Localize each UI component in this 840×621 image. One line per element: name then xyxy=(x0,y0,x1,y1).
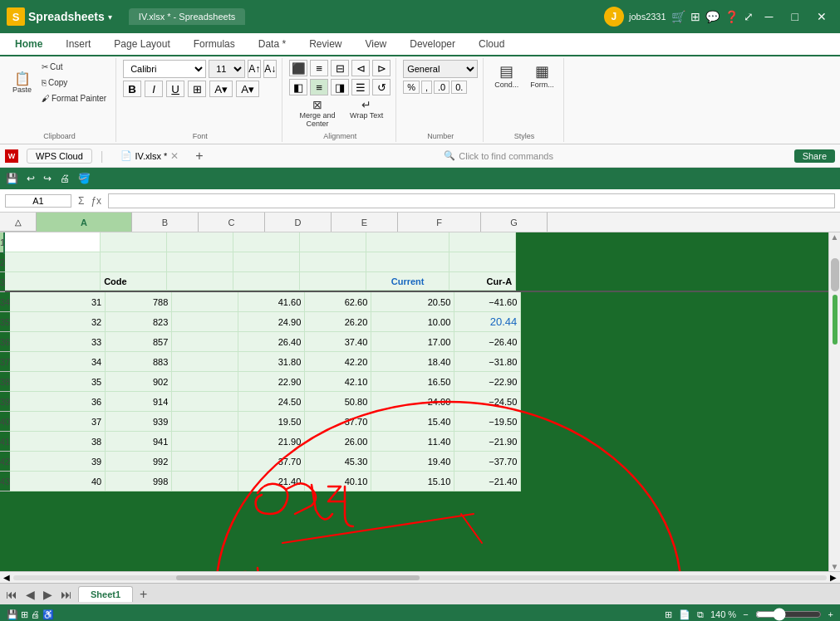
cell-C2[interactable] xyxy=(167,252,233,272)
cell-A1[interactable] xyxy=(5,232,101,252)
cell-D37[interactable]: 31.80 xyxy=(238,352,305,372)
cell-E39[interactable]: 50.80 xyxy=(305,392,371,412)
align-left-top-button[interactable]: ⬛ xyxy=(289,60,307,76)
font-color-button[interactable]: A▾ xyxy=(236,81,259,97)
sheet-tab-sheet1[interactable]: Sheet1 xyxy=(78,586,133,602)
cell-E35[interactable]: 26.20 xyxy=(305,312,371,332)
align-left-button[interactable]: ◧ xyxy=(289,79,307,95)
cell-F42[interactable]: 19.40 xyxy=(371,452,454,472)
cell-D39[interactable]: 24.50 xyxy=(238,392,305,412)
row-header-37[interactable]: 37 xyxy=(0,352,10,372)
cell-C35[interactable] xyxy=(172,312,238,332)
cell-F43[interactable]: 15.10 xyxy=(371,472,454,491)
format-as-table-button[interactable]: ▦ Form... xyxy=(526,60,558,91)
decrease-font-button[interactable]: A↓ xyxy=(263,60,277,78)
sheet-nav-last-button[interactable]: ⏭ xyxy=(58,588,75,601)
cell-A37[interactable]: 34 xyxy=(10,352,106,372)
cell-F40[interactable]: 15.40 xyxy=(371,412,454,432)
formula-input[interactable] xyxy=(108,193,835,208)
col-header-E[interactable]: E xyxy=(332,213,398,232)
scroll-up-button[interactable]: ▲ xyxy=(831,232,839,242)
cell-E36[interactable]: 37.40 xyxy=(305,332,371,352)
conditional-formatting-button[interactable]: ▤ Cond... xyxy=(490,60,523,91)
app-dropdown-arrow[interactable]: ▾ xyxy=(108,12,112,22)
cell-C41[interactable] xyxy=(172,432,238,452)
underline-button[interactable]: U xyxy=(166,81,184,97)
cell-G37[interactable]: −31.80 xyxy=(454,352,521,372)
save-button-qa[interactable]: 💾 xyxy=(3,173,21,184)
scrollbar-thumb[interactable] xyxy=(831,258,839,291)
add-sheet-button[interactable]: + xyxy=(135,587,152,602)
cell-G41[interactable]: −21.90 xyxy=(454,432,521,452)
cell-G3[interactable]: Cur-A xyxy=(449,272,516,291)
cell-A43[interactable]: 40 xyxy=(10,472,106,491)
print-button-qa[interactable]: 🖨 xyxy=(57,173,72,184)
view-break-icon[interactable]: ⧉ xyxy=(697,609,704,620)
tab-formulas[interactable]: Formulas xyxy=(182,33,247,55)
cell-B39[interactable]: 914 xyxy=(106,392,172,412)
status-save-icon[interactable]: 💾 xyxy=(7,609,18,619)
row-header-36[interactable]: 36 xyxy=(0,332,10,352)
paintbucket-button-qa[interactable]: 🪣 xyxy=(76,173,93,184)
col-header-C[interactable]: C xyxy=(199,213,265,232)
paste-button[interactable]: 📋 Paste xyxy=(8,70,36,96)
merge-center-button[interactable]: ⊠ Merge and Center xyxy=(292,95,342,130)
cell-G38[interactable]: −22.90 xyxy=(454,372,521,392)
cell-C37[interactable] xyxy=(172,352,238,372)
cell-B2[interactable] xyxy=(101,252,167,272)
row-header-38[interactable]: 38 xyxy=(0,372,10,392)
doc-close-button[interactable]: ✕ xyxy=(170,150,179,162)
zoom-slider[interactable] xyxy=(755,608,822,621)
align-justify-button[interactable]: ☰ xyxy=(351,79,370,95)
cell-C38[interactable] xyxy=(172,372,238,392)
status-accessibility-icon[interactable]: ♿ xyxy=(42,609,54,619)
cell-E42[interactable]: 45.30 xyxy=(305,452,371,472)
cell-D34[interactable]: 41.60 xyxy=(238,292,305,312)
cell-E38[interactable]: 42.10 xyxy=(305,372,371,392)
help-icon[interactable]: ❓ xyxy=(725,10,739,23)
increase-indent-button[interactable]: ⊳ xyxy=(372,60,391,76)
cell-B38[interactable]: 902 xyxy=(106,372,172,392)
cut-button[interactable]: ✂ Cut xyxy=(37,60,111,74)
user-badge[interactable]: J xyxy=(604,7,624,27)
cell-D38[interactable]: 22.90 xyxy=(238,372,305,392)
copy-button[interactable]: ⎘ Copy xyxy=(37,76,111,90)
scroll-down-button[interactable]: ▼ xyxy=(831,562,839,571)
cell-E34[interactable]: 62.60 xyxy=(305,292,371,312)
cell-G40[interactable]: −19.50 xyxy=(454,412,521,432)
expand-icon[interactable]: ⤢ xyxy=(744,10,754,23)
add-doc-tab-button[interactable]: + xyxy=(195,149,203,164)
close-button[interactable]: ✕ xyxy=(810,8,833,25)
row-header-40[interactable]: 40 xyxy=(0,412,10,432)
cell-C34[interactable] xyxy=(172,292,238,312)
scroll-right-button[interactable]: ▶ xyxy=(830,573,837,582)
cell-G39[interactable]: −24.50 xyxy=(454,392,521,412)
cart-icon[interactable]: 🛒 xyxy=(671,10,685,23)
cell-C40[interactable] xyxy=(172,412,238,432)
row-header-39[interactable]: 39 xyxy=(0,392,10,412)
cell-G36[interactable]: −26.40 xyxy=(454,332,521,352)
minimize-button[interactable]: ─ xyxy=(759,8,780,25)
cell-B42[interactable]: 992 xyxy=(106,452,172,472)
cell-D36[interactable]: 26.40 xyxy=(238,332,305,352)
cell-C3[interactable] xyxy=(167,272,233,291)
restore-button[interactable]: □ xyxy=(785,8,805,25)
col-header-G[interactable]: G xyxy=(481,213,548,232)
align-center-top-button[interactable]: ≡ xyxy=(310,60,328,76)
cell-B40[interactable]: 939 xyxy=(106,412,172,432)
cell-F41[interactable]: 11.40 xyxy=(371,432,454,452)
cell-G2[interactable] xyxy=(449,252,516,272)
decrease-decimal-button[interactable]: 0. xyxy=(451,81,467,94)
cell-A34[interactable]: 31 xyxy=(10,292,106,312)
cell-E37[interactable]: 42.20 xyxy=(305,352,371,372)
undo-button-qa[interactable]: ↩ xyxy=(24,173,37,184)
cell-B3[interactable]: Code xyxy=(101,272,167,291)
cell-D1[interactable] xyxy=(233,232,300,252)
row-header-35[interactable]: 35 xyxy=(0,312,10,332)
cell-F3[interactable]: Current xyxy=(366,272,449,291)
cell-A38[interactable]: 35 xyxy=(10,372,106,392)
tab-page-layout[interactable]: Page Layout xyxy=(102,33,181,55)
cell-F2[interactable] xyxy=(366,252,449,272)
col-header-D[interactable]: D xyxy=(265,213,332,232)
zoom-out-button[interactable]: − xyxy=(743,609,748,619)
